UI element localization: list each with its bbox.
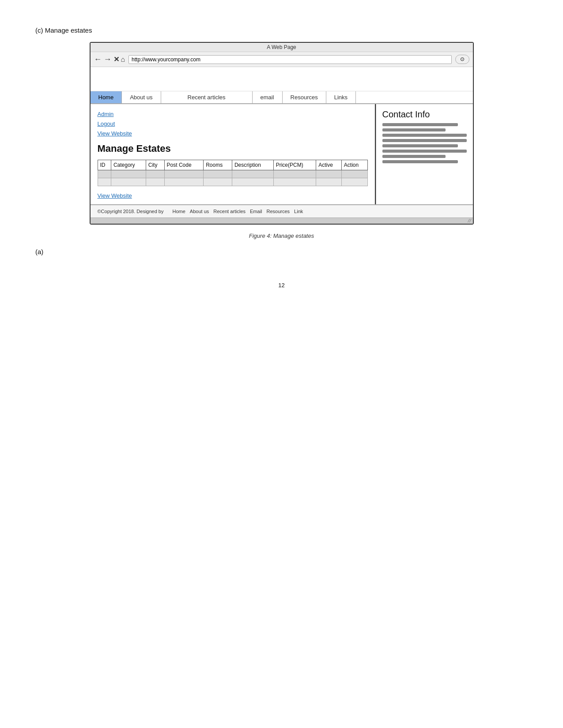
table-row xyxy=(98,170,367,178)
col-price: Price(PCM) xyxy=(273,160,316,170)
cell-postcode xyxy=(164,170,204,178)
contact-line xyxy=(382,150,467,153)
nav-item-articles[interactable]: Recent articles xyxy=(161,91,253,103)
site-banner xyxy=(91,67,473,91)
scroll-icon: // xyxy=(468,218,471,224)
page-title: Manage Estates xyxy=(98,143,368,154)
cell-city xyxy=(146,170,164,178)
nav-item-resources[interactable]: Resources xyxy=(283,91,326,103)
cell-postcode xyxy=(164,178,204,186)
cell-price xyxy=(273,170,316,178)
site-main: Admin Logout View Website Manage Estates… xyxy=(91,104,376,204)
col-city: City xyxy=(146,160,164,170)
col-category: Category xyxy=(111,160,146,170)
nav-item-email[interactable]: email xyxy=(253,91,283,103)
view-website-link-bottom[interactable]: View Website xyxy=(98,192,368,199)
search-button[interactable]: ⊙ xyxy=(455,55,469,64)
col-active: Active xyxy=(316,160,342,170)
nav-item-about[interactable]: About us xyxy=(122,91,161,103)
logout-link[interactable]: Logout xyxy=(98,119,368,129)
cell-city xyxy=(146,178,164,186)
website-content: Home About us Recent articles email Reso… xyxy=(91,67,473,224)
cell-description xyxy=(232,170,273,178)
nav-item-links[interactable]: Links xyxy=(326,91,356,103)
cell-active xyxy=(316,178,342,186)
col-description: Description xyxy=(232,160,273,170)
view-website-link-top[interactable]: View Website xyxy=(98,129,368,139)
site-sidebar: Contact Info xyxy=(376,104,473,204)
browser-nav-icons: ← → ✕ ⌂ xyxy=(94,55,125,64)
contact-line xyxy=(382,155,446,158)
footer-nav-email[interactable]: Email xyxy=(250,209,262,214)
site-body: Admin Logout View Website Manage Estates… xyxy=(91,104,473,204)
cell-price xyxy=(273,178,316,186)
browser-mockup: A Web Page ← → ✕ ⌂ ⊙ Home About us Recen… xyxy=(90,42,474,225)
footer-nav-resources[interactable]: Resources xyxy=(267,209,290,214)
site-nav: Home About us Recent articles email Reso… xyxy=(91,91,473,104)
close-button[interactable]: ✕ xyxy=(113,55,119,64)
contact-title: Contact Info xyxy=(382,109,467,120)
contact-line xyxy=(382,123,458,126)
contact-line xyxy=(382,139,467,142)
home-button[interactable]: ⌂ xyxy=(121,56,125,64)
col-rooms: Rooms xyxy=(204,160,232,170)
estates-table: ID Category City Post Code Rooms Descrip… xyxy=(98,160,368,186)
col-postcode: Post Code xyxy=(164,160,204,170)
browser-scrollbar: // xyxy=(91,218,473,224)
cell-action xyxy=(341,178,367,186)
cell-active xyxy=(316,170,342,178)
site-footer: ©Copyright 2018. Designed by Home About … xyxy=(91,204,473,218)
footer-nav-home[interactable]: Home xyxy=(172,209,185,214)
back-button[interactable]: ← xyxy=(94,55,102,64)
footer-nav-articles[interactable]: Recent articles xyxy=(213,209,246,214)
figure-caption: Figure 4: Manage estates xyxy=(35,233,528,239)
footer-nav: Home About us Recent articles Email Reso… xyxy=(172,209,303,214)
col-action: Action xyxy=(341,160,367,170)
table-row xyxy=(98,178,367,186)
nav-item-home[interactable]: Home xyxy=(91,91,122,103)
cell-id xyxy=(98,178,111,186)
browser-toolbar: ← → ✕ ⌂ ⊙ xyxy=(91,52,473,67)
cell-rooms xyxy=(204,170,232,178)
contact-line xyxy=(382,160,458,163)
section-c-label: (c) Manage estates xyxy=(35,26,528,34)
cell-description xyxy=(232,178,273,186)
footer-nav-about[interactable]: About us xyxy=(190,209,209,214)
section-a-label: (a) xyxy=(35,248,528,255)
footer-copyright: ©Copyright 2018. Designed by xyxy=(98,209,164,214)
url-bar[interactable] xyxy=(128,55,451,64)
contact-line xyxy=(382,134,467,137)
browser-titlebar: A Web Page xyxy=(91,43,473,52)
cell-action xyxy=(341,170,367,178)
admin-link[interactable]: Admin xyxy=(98,109,368,119)
footer-nav-link[interactable]: Link xyxy=(294,209,303,214)
forward-button[interactable]: → xyxy=(104,55,112,64)
col-id: ID xyxy=(98,160,111,170)
search-icon: ⊙ xyxy=(460,56,465,63)
admin-links: Admin Logout View Website xyxy=(98,109,368,139)
cell-rooms xyxy=(204,178,232,186)
page-number: 12 xyxy=(35,282,528,289)
cell-category xyxy=(111,170,146,178)
contact-line xyxy=(382,128,446,131)
contact-line xyxy=(382,144,458,147)
cell-id xyxy=(98,170,111,178)
cell-category xyxy=(111,178,146,186)
